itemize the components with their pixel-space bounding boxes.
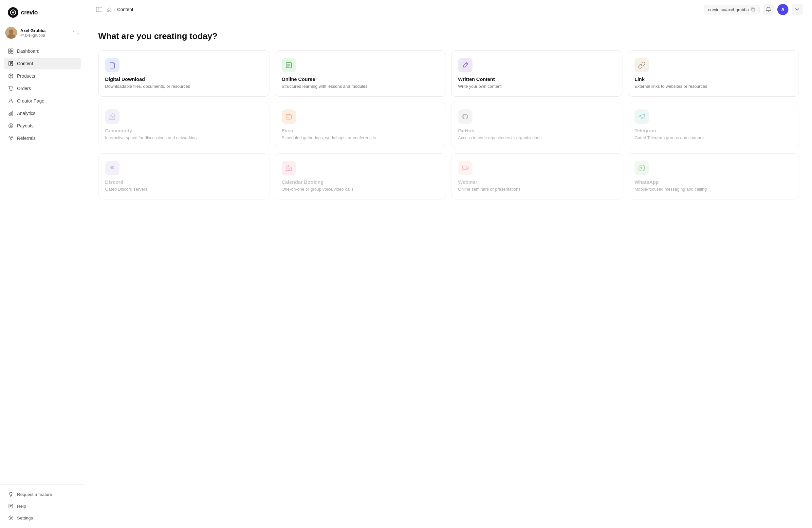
sidebar-item-label: Payouts	[17, 123, 34, 128]
card-discord[interactable]: Discord Gated Discord servers	[98, 153, 270, 199]
card-digital-download[interactable]: Digital Download Downloadable files, doc…	[98, 51, 270, 97]
svg-point-28	[287, 64, 288, 65]
lightbulb-icon	[8, 491, 14, 497]
webinar-icon	[458, 161, 473, 175]
card-desc: Scheduled gatherings, workshops, or conf…	[281, 135, 439, 141]
breadcrumb: › Content	[107, 7, 133, 12]
chevron-icon: ⌃⌄	[72, 30, 79, 35]
svg-rect-8	[11, 52, 13, 53]
card-title: Link	[635, 76, 792, 82]
card-written-content[interactable]: Written Content Write your own content	[451, 51, 622, 97]
card-calendar-booking[interactable]: Calendar Booking One-on-one or group voi…	[275, 153, 446, 199]
card-desc: Write your own content	[458, 84, 615, 90]
logo-text: crevio	[21, 9, 38, 16]
card-desc: External links to websites or resources	[635, 84, 792, 90]
page-title: What are you creating today?	[98, 31, 799, 41]
link-icon	[635, 58, 649, 72]
sidebar-item-label: Analytics	[17, 111, 35, 116]
user-avatar-button[interactable]: A	[777, 4, 788, 15]
sidebar-item-payouts[interactable]: Payouts	[4, 120, 81, 132]
account-menu-button[interactable]	[792, 4, 803, 15]
svg-rect-6	[11, 49, 13, 51]
card-desc: Interactive space for discussions and ne…	[105, 135, 263, 141]
card-desc: Access to code repositories or organizat…	[458, 135, 615, 141]
main-content: › Content crevio.co/axel-grubba	[85, 0, 812, 528]
card-telegram[interactable]: Telegram Gated Telegram groups and chann…	[628, 102, 799, 148]
url-text: crevio.co/axel-grubba	[708, 7, 749, 12]
main-nav: Dashboard Content Products	[0, 44, 85, 484]
svg-point-30	[287, 66, 288, 67]
card-online-course[interactable]: Online Course Structured learning with l…	[275, 51, 446, 97]
payouts-icon	[8, 123, 14, 129]
svg-rect-33	[288, 117, 288, 118]
content-icon	[8, 61, 14, 67]
card-webinar[interactable]: Webinar Online seminars or presentations	[451, 153, 622, 199]
whatsapp-icon	[635, 161, 649, 175]
help-item[interactable]: Help	[4, 500, 81, 512]
sidebar-item-analytics[interactable]: Analytics	[4, 108, 81, 119]
user-handle: @axel-grubba	[20, 33, 69, 38]
sidebar-item-referrals[interactable]: Referrals	[4, 132, 81, 144]
written-content-icon	[458, 58, 473, 72]
sidebar-item-content[interactable]: Content	[4, 58, 81, 69]
sidebar-item-dashboard[interactable]: Dashboard	[4, 45, 81, 57]
github-icon	[458, 110, 473, 124]
breadcrumb-current: Content	[117, 7, 133, 12]
creator-page-icon	[8, 98, 14, 104]
svg-point-19	[9, 137, 10, 138]
sidebar-footer: Request a feature Help Settings	[0, 484, 85, 528]
card-title: Webinar	[458, 179, 615, 185]
topbar: › Content crevio.co/axel-grubba	[85, 0, 812, 19]
svg-point-31	[112, 115, 113, 116]
card-title: Community	[105, 128, 263, 133]
card-title: Event	[281, 128, 439, 133]
sidebar-item-label: Products	[17, 73, 35, 79]
svg-rect-22	[9, 504, 13, 508]
products-icon	[8, 73, 14, 79]
svg-rect-5	[9, 49, 11, 51]
svg-point-13	[10, 90, 11, 91]
card-title: Digital Download	[105, 76, 263, 82]
logo: crevio	[0, 0, 85, 24]
card-community[interactable]: Community Interactive space for discussi…	[98, 102, 270, 148]
svg-rect-26	[752, 9, 755, 11]
card-desc: Mobile-focused messaging and calling	[635, 186, 792, 192]
user-profile[interactable]: Axel Grubba @axel-grubba ⌃⌄	[0, 24, 85, 44]
sidebar-item-orders[interactable]: Orders	[4, 83, 81, 94]
dashboard-icon	[8, 48, 14, 54]
sidebar-toggle-button[interactable]	[94, 4, 104, 14]
svg-point-1	[12, 12, 14, 13]
card-link[interactable]: Link External links to websites or resou…	[628, 51, 799, 97]
logo-icon	[8, 7, 18, 18]
card-desc: Gated Discord servers	[105, 186, 263, 192]
settings-icon	[8, 515, 14, 521]
svg-point-14	[12, 90, 12, 91]
sidebar-item-label: Dashboard	[17, 48, 40, 54]
help-icon	[8, 503, 14, 509]
sidebar-item-products[interactable]: Products	[4, 70, 81, 82]
home-icon[interactable]	[107, 7, 112, 12]
community-icon	[105, 110, 119, 124]
card-title: Telegram	[635, 128, 792, 133]
url-bar: crevio.co/axel-grubba	[704, 5, 759, 14]
digital-download-icon	[105, 58, 119, 72]
card-github[interactable]: GitHub Access to code repositories or or…	[451, 102, 622, 148]
svg-point-29	[287, 65, 288, 66]
card-event[interactable]: Event Scheduled gatherings, workshops, o…	[275, 102, 446, 148]
settings-item[interactable]: Settings	[4, 512, 81, 524]
copy-url-button[interactable]	[751, 7, 755, 12]
event-icon	[281, 110, 296, 124]
card-whatsapp[interactable]: WhatsApp Mobile-focused messaging and ca…	[628, 153, 799, 199]
svg-rect-16	[11, 113, 12, 115]
avatar	[5, 27, 17, 39]
card-desc: One-on-one or group voice/video calls	[281, 186, 439, 192]
request-feature-item[interactable]: Request a feature	[4, 489, 81, 500]
sidebar-item-creator-page[interactable]: Creator Page	[4, 95, 81, 107]
online-course-icon	[281, 58, 296, 72]
notification-button[interactable]	[763, 4, 774, 15]
card-title: GitHub	[458, 128, 615, 133]
sidebar: crevio Axel Grubba @axel-grubba ⌃⌄	[0, 0, 85, 528]
sidebar-item-label: Orders	[17, 86, 31, 91]
sidebar-item-label: Referrals	[17, 135, 36, 141]
card-title: Written Content	[458, 76, 615, 82]
